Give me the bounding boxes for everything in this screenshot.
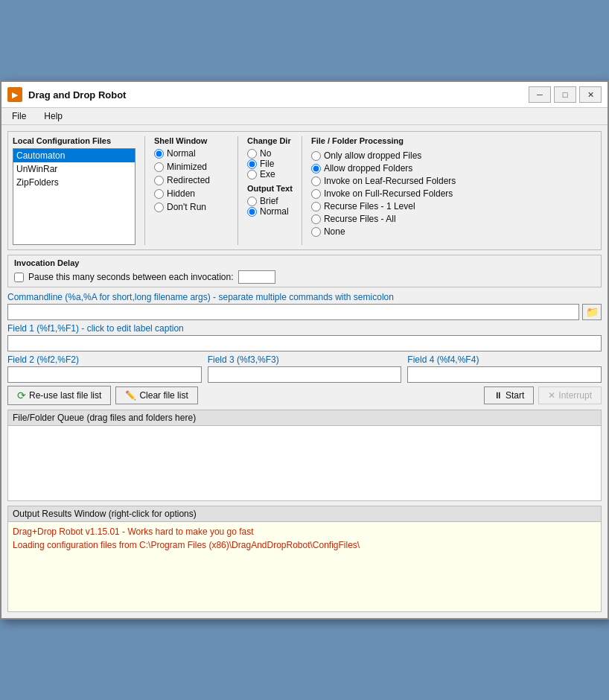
list-item[interactable]: ZipFolders [13, 176, 135, 189]
divider [302, 136, 302, 245]
main-window: ▶ Drag and Drop Robot ─ □ ✕ File Help Lo… [0, 80, 609, 620]
output-brief-radio[interactable] [247, 197, 257, 206]
shell-hidden-radio[interactable] [154, 189, 164, 199]
shell-minimized-radio[interactable] [154, 162, 164, 172]
ff-folders-option[interactable]: Allow dropped Folders [311, 163, 596, 174]
close-button[interactable]: ✕ [579, 86, 602, 103]
ff-none-radio[interactable] [311, 227, 321, 237]
divider [144, 136, 145, 245]
local-config-panel: Local Configuration Files Cautomaton UnW… [13, 136, 135, 245]
list-item[interactable]: UnWinRar [13, 162, 135, 176]
ff-recurse-all-option[interactable]: Recurse Files - All [311, 214, 596, 224]
shell-hidden-option[interactable]: Hidden [154, 188, 229, 199]
interrupt-label: Interrupt [558, 390, 592, 401]
shell-window-label: Shell Window [154, 136, 229, 145]
field4-label[interactable]: Field 4 (%f4,%F4) [407, 354, 602, 365]
shell-minimized-option[interactable]: Minimized [154, 162, 229, 172]
output-line-1: Drag+Drop Robot v1.15.01 - Works hard to… [13, 525, 596, 538]
title-bar-controls: ─ □ ✕ [529, 86, 602, 103]
ff-files-only-option[interactable]: Only allow dropped Files [311, 150, 596, 161]
menu-bar: File Help [1, 108, 608, 125]
dir-no-option[interactable]: No [247, 148, 293, 159]
dir-file-radio[interactable] [247, 159, 257, 169]
field1-input[interactable] [7, 335, 602, 351]
shell-window-panel: Shell Window Normal Minimized Redirected… [154, 136, 229, 245]
ff-leaf-recurse-option[interactable]: Invoke on Leaf-Recursed Folders [311, 176, 596, 186]
output-header[interactable]: Output Results Window (right-click for o… [8, 506, 601, 522]
invocation-section: Invocation Delay Pause this many seconds… [7, 255, 602, 287]
field2-input[interactable] [7, 366, 202, 383]
ff-recurse-1-option[interactable]: Recurse Files - 1 Level [311, 201, 596, 211]
commandline-input[interactable] [7, 304, 579, 320]
window-title: Drag and Drop Robot [28, 89, 126, 101]
shell-dontrun-radio[interactable] [154, 203, 164, 212]
file-menu[interactable]: File [7, 109, 31, 123]
field4-input[interactable] [407, 366, 602, 383]
clear-filelist-button[interactable]: ✏️ Clear file list [115, 386, 197, 404]
queue-body[interactable] [8, 426, 601, 500]
title-bar-left: ▶ Drag and Drop Robot [7, 87, 126, 102]
field1-label[interactable]: Field 1 (%f1,%F1) - click to edit label … [7, 323, 602, 334]
start-label: Start [506, 390, 524, 401]
title-bar: ▶ Drag and Drop Robot ─ □ ✕ [1, 82, 608, 108]
browse-button[interactable]: 📁 [582, 304, 602, 320]
field2-label[interactable]: Field 2 (%f2,%F2) [7, 354, 202, 365]
config-listbox[interactable]: Cautomaton UnWinRar ZipFolders [13, 148, 135, 245]
fields-multi-row: Field 2 (%f2,%F2) Field 3 (%f3,%F3) Fiel… [7, 354, 602, 383]
maximize-button[interactable]: □ [554, 86, 576, 103]
clear-filelist-label: Clear file list [139, 390, 188, 401]
help-menu[interactable]: Help [39, 109, 67, 123]
reuse-filelist-button[interactable]: ⟳ Re-use last file list [7, 386, 111, 405]
field3-input[interactable] [208, 366, 402, 383]
change-dir-group: Change Dir No File Exe [247, 136, 293, 179]
divider [237, 136, 238, 245]
change-dir-output-panel: Change Dir No File Exe Output Text Brief… [247, 136, 293, 245]
field1-section: Field 1 (%f1,%F1) - click to edit label … [7, 323, 602, 351]
refresh-icon: ⟳ [17, 389, 26, 401]
shell-normal-option[interactable]: Normal [154, 148, 229, 159]
invocation-value-input[interactable]: 0 [238, 270, 275, 284]
start-icon: ⏸ [494, 390, 503, 401]
dir-exe-option[interactable]: Exe [247, 169, 293, 179]
ff-recurse-all-radio[interactable] [311, 214, 321, 224]
invocation-label: Invocation Delay [14, 258, 595, 267]
ff-leaf-recurse-radio[interactable] [311, 176, 321, 186]
shell-dontrun-option[interactable]: Don't Run [154, 202, 229, 212]
commandline-section: Commandline (%a,%A for short,long filena… [7, 292, 602, 320]
output-normal-radio[interactable] [247, 207, 257, 217]
invocation-checkbox[interactable] [14, 273, 24, 282]
dir-file-option[interactable]: File [247, 159, 293, 169]
field4-group: Field 4 (%f4,%F4) [407, 354, 602, 383]
commandline-label[interactable]: Commandline (%a,%A for short,long filena… [7, 292, 602, 302]
ff-none-option[interactable]: None [311, 226, 596, 237]
reuse-filelist-label: Re-use last file list [29, 390, 101, 401]
invocation-checkbox-label: Pause this many seconds between each inv… [28, 272, 234, 282]
ff-recurse-1-radio[interactable] [311, 202, 321, 211]
file-folder-label: File / Folder Processing [311, 136, 596, 145]
folder-icon: 📁 [586, 306, 599, 318]
ff-full-recurse-option[interactable]: Invoke on Full-Recursed Folders [311, 188, 596, 199]
dir-no-radio[interactable] [247, 149, 257, 159]
ff-folders-radio[interactable] [311, 164, 321, 174]
queue-header: File/Folder Queue (drag files and folder… [8, 410, 601, 426]
file-folder-panel: File / Folder Processing Only allow drop… [311, 136, 596, 245]
ff-files-only-radio[interactable] [311, 151, 321, 161]
start-button[interactable]: ⏸ Start [484, 386, 534, 404]
output-normal-option[interactable]: Normal [247, 206, 293, 217]
shell-redirected-option[interactable]: Redirected [154, 175, 229, 185]
queue-section: File/Folder Queue (drag files and folder… [7, 410, 602, 501]
field3-group: Field 3 (%f3,%F3) [208, 354, 402, 383]
output-brief-option[interactable]: Brief [247, 196, 293, 206]
shell-normal-radio[interactable] [154, 149, 164, 159]
app-icon: ▶ [7, 87, 22, 102]
field3-label[interactable]: Field 3 (%f3,%F3) [208, 354, 402, 365]
minimize-button[interactable]: ─ [529, 86, 551, 103]
interrupt-button[interactable]: ✕ Interrupt [538, 386, 602, 404]
ff-full-recurse-radio[interactable] [311, 189, 321, 199]
list-item[interactable]: Cautomaton [13, 149, 135, 162]
commandline-row: 📁 [7, 304, 602, 320]
shell-redirected-radio[interactable] [154, 176, 164, 185]
content-area: Local Configuration Files Cautomaton UnW… [1, 125, 608, 618]
dir-exe-radio[interactable] [247, 170, 257, 179]
output-body[interactable]: Drag+Drop Robot v1.15.01 - Works hard to… [8, 522, 601, 611]
